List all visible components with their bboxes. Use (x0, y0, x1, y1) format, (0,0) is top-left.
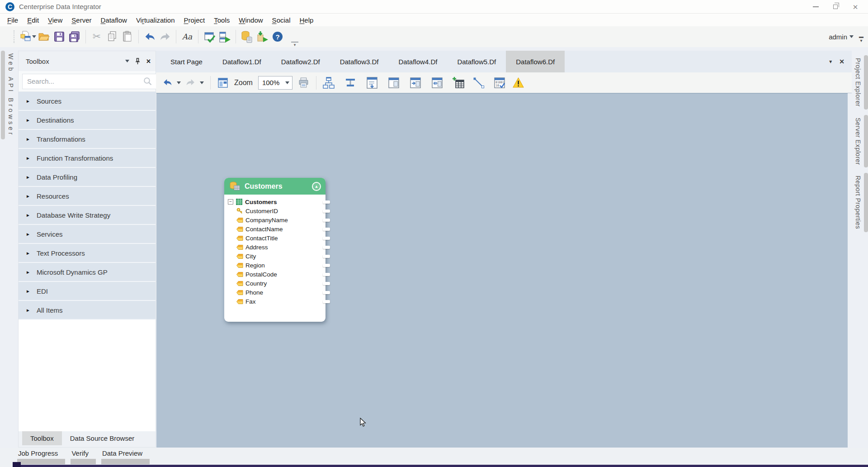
expand-panel-button[interactable] (409, 75, 422, 91)
font-button[interactable]: Aa (179, 29, 195, 45)
menu-virtualization[interactable]: Virtualization (132, 14, 179, 26)
tab-dataflow4-df[interactable]: Dataflow4.Df (389, 51, 448, 72)
toolbox-category-edi[interactable]: ►EDI (19, 282, 156, 301)
output-port[interactable] (323, 273, 330, 276)
redo-button[interactable] (157, 29, 173, 45)
caret-down-icon[interactable] (32, 35, 36, 38)
new-dataflow-button[interactable] (20, 29, 36, 45)
toolbar-options-button[interactable]: ▬▾ (859, 31, 863, 43)
verify-dataflow-button[interactable] (202, 29, 217, 45)
run-import-button[interactable] (255, 29, 270, 45)
field-customerid[interactable]: CustomerID (224, 206, 326, 215)
toolbox-category-sources[interactable]: ►Sources (19, 92, 156, 111)
undo-dropdown-icon[interactable] (176, 81, 182, 84)
tab-dataflow3-df[interactable]: Dataflow3.Df (330, 51, 389, 72)
toolbox-category-services[interactable]: ►Services (19, 225, 156, 244)
output-port[interactable] (323, 237, 330, 240)
field-contacttitle[interactable]: ContactTitle (224, 234, 326, 243)
job-progress-button[interactable] (239, 29, 255, 45)
output-port[interactable] (323, 200, 330, 204)
field-city[interactable]: City (224, 252, 326, 261)
side-tab-project-explorer[interactable]: Project Explorer (854, 55, 868, 110)
dataflow-canvas[interactable]: Customers ▲ − Customers CustomerIDCompan… (156, 93, 848, 448)
menu-dataflow[interactable]: Dataflow (96, 14, 132, 26)
preview-data-button[interactable]: 0100110 (493, 75, 506, 91)
field-postalcode[interactable]: PostalCode (224, 270, 326, 279)
org-chart-layout-button[interactable] (322, 75, 335, 91)
cut-button[interactable]: ✂ (89, 29, 104, 45)
output-port[interactable] (323, 300, 330, 303)
pin-icon[interactable] (135, 58, 141, 65)
node-header[interactable]: Customers ▲ (224, 178, 326, 195)
menu-social[interactable]: Social (268, 14, 295, 26)
collapse-node-button[interactable]: ▲ (312, 182, 321, 191)
restore-button[interactable] (826, 0, 845, 14)
bottom-tab-job-progress[interactable]: Job Progress (17, 449, 59, 464)
tree-layout-button[interactable] (344, 75, 357, 91)
toolbox-category-resources[interactable]: ►Resources (19, 187, 156, 206)
menu-server[interactable]: Server (67, 14, 96, 26)
warning-icon[interactable] (512, 75, 525, 91)
user-menu[interactable]: admin (829, 33, 854, 41)
copy-button[interactable] (104, 29, 120, 45)
output-port[interactable] (323, 219, 330, 222)
field-fax[interactable]: Fax (224, 297, 326, 306)
toolbox-category-destinations[interactable]: ►Destinations (19, 111, 156, 130)
side-tab-web-api-browser[interactable]: Web API Browser (6, 51, 15, 139)
tab-start-page[interactable]: Start Page (160, 51, 212, 72)
toolbar-overflow-button[interactable]: ▾ (291, 42, 298, 47)
help-button[interactable]: ? (270, 29, 285, 45)
search-input[interactable] (22, 74, 157, 89)
field-companyname[interactable]: CompanyName (224, 215, 326, 224)
toolbox-category-data-profiling[interactable]: ►Data Profiling (19, 168, 156, 187)
tab-list-dropdown-icon[interactable]: ▾ (829, 58, 832, 65)
menu-project[interactable]: Project (179, 14, 210, 26)
tab-close-icon[interactable]: ✕ (839, 58, 844, 65)
menu-view[interactable]: View (43, 14, 67, 26)
expand-all-panels-button[interactable] (430, 75, 444, 91)
toolbox-category-text-processors[interactable]: ►Text Processors (19, 244, 156, 263)
panel-tab-data-source-browser[interactable]: Data Source Browser (62, 431, 143, 445)
paste-button[interactable] (120, 29, 135, 45)
field-region[interactable]: Region (224, 261, 326, 270)
auto-layout-button[interactable] (216, 75, 230, 91)
start-dataflow-button[interactable] (217, 29, 232, 45)
output-port[interactable] (323, 228, 330, 231)
zoom-select[interactable]: 100% (258, 76, 292, 90)
bottom-tab-verify[interactable]: Verify (71, 449, 90, 464)
tab-dataflow1-df[interactable]: Dataflow1.Df (212, 51, 271, 72)
bottom-tab-data-preview[interactable]: Data Preview (101, 449, 143, 464)
toolbox-category-microsoft-dynamics-gp[interactable]: ►Microsoft Dynamics GP (19, 263, 156, 282)
node-root-row[interactable]: − Customers (224, 197, 326, 206)
open-button[interactable] (36, 29, 52, 45)
field-phone[interactable]: Phone (224, 288, 326, 297)
add-grid-button[interactable] (452, 75, 466, 91)
list-layout-button[interactable] (365, 75, 379, 91)
panel-layout-button[interactable] (387, 75, 401, 91)
output-port[interactable] (323, 255, 330, 258)
panel-menu-icon[interactable] (125, 60, 129, 62)
draw-link-button[interactable] (472, 75, 486, 91)
tab-dataflow5-df[interactable]: Dataflow5.Df (447, 51, 506, 72)
toolbox-category-database-write-strategy[interactable]: ►Database Write Strategy (19, 206, 156, 225)
redo-button[interactable] (184, 75, 197, 91)
save-all-button[interactable] (67, 29, 82, 45)
toolbox-category-transformations[interactable]: ►Transformations (19, 130, 156, 149)
undo-button[interactable] (160, 75, 174, 91)
tab-dataflow2-df[interactable]: Dataflow2.Df (271, 51, 330, 72)
menu-window[interactable]: Window (234, 14, 267, 26)
output-port[interactable] (323, 291, 330, 294)
field-country[interactable]: Country (224, 279, 326, 288)
save-button[interactable] (52, 29, 67, 45)
menu-edit[interactable]: Edit (23, 14, 43, 26)
output-port[interactable] (323, 246, 330, 249)
field-address[interactable]: Address (224, 243, 326, 252)
toolbox-category-all-items[interactable]: ►All Items (19, 301, 156, 320)
undo-button[interactable] (142, 29, 157, 45)
output-port[interactable] (323, 264, 330, 267)
side-tab-server-explorer[interactable]: Server Explorer (854, 115, 868, 168)
close-button[interactable]: ✕ (845, 0, 865, 14)
menu-tools[interactable]: Tools (209, 14, 234, 26)
print-button[interactable] (297, 75, 311, 91)
redo-dropdown-icon[interactable] (199, 81, 205, 84)
